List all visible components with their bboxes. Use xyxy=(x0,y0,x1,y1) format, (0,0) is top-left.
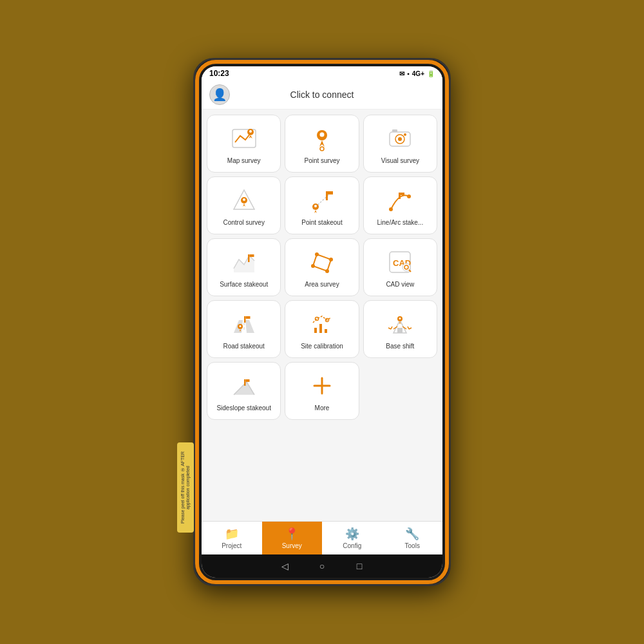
app-item-control-survey[interactable]: Control survey xyxy=(207,176,281,234)
bottom-nav: 📁 Project 📍 Survey ⚙️ Config 🔧 Tools xyxy=(202,521,442,554)
svg-rect-23 xyxy=(249,254,254,257)
app-label-more: More xyxy=(315,404,330,412)
road-stakeout-icon xyxy=(229,309,259,339)
avatar[interactable]: 👤 xyxy=(209,84,230,105)
nav-label-tools: Tools xyxy=(405,542,420,549)
sticker: Please peel off this mask ② AFTER applic… xyxy=(177,442,194,533)
app-item-map-survey[interactable]: Map survey xyxy=(207,115,281,173)
svg-point-25 xyxy=(329,258,333,261)
svg-rect-35 xyxy=(244,316,246,323)
phone-screen: 10:23 ✉ ▪ 4G+ 🔋 👤 Click to connect xyxy=(202,66,442,578)
app-label-road-stakeout: Road stakeout xyxy=(223,343,265,350)
cad-view-icon: CAD xyxy=(385,247,415,277)
wifi-icon: ▪ xyxy=(407,70,410,77)
svg-rect-36 xyxy=(245,316,250,319)
app-label-visual-survey: Visual survey xyxy=(381,157,419,165)
app-grid: Map survey Point survey xyxy=(207,115,437,420)
svg-point-19 xyxy=(407,194,411,198)
sticker-text: Please peel off this mask ② AFTER applic… xyxy=(179,442,193,533)
app-label-cad-view: CAD view xyxy=(386,281,414,289)
svg-point-9 xyxy=(398,137,402,141)
app-item-sideslope-stakeout[interactable]: Sideslope stakeout xyxy=(207,362,281,420)
svg-point-10 xyxy=(404,133,406,136)
svg-point-18 xyxy=(389,207,393,211)
app-label-map-survey: Map survey xyxy=(227,157,261,165)
tools-nav-icon: 🔧 xyxy=(405,527,419,541)
app-item-more[interactable]: More xyxy=(285,362,359,420)
app-label-base-shift: Base shift xyxy=(386,343,414,350)
app-item-base-shift[interactable]: Base shift xyxy=(363,300,437,358)
svg-point-5 xyxy=(320,147,324,151)
status-icons: ✉ ▪ 4G+ 🔋 xyxy=(399,70,435,77)
surface-stakeout-icon xyxy=(229,247,259,277)
svg-rect-7 xyxy=(392,129,397,132)
map-survey-icon xyxy=(229,124,259,153)
point-survey-icon xyxy=(307,124,337,153)
header-title[interactable]: Click to connect xyxy=(236,90,408,100)
sim-icon: ✉ xyxy=(399,70,404,77)
nav-item-survey[interactable]: 📍 Survey xyxy=(262,522,323,554)
area-survey-icon xyxy=(307,247,337,277)
nav-label-survey: Survey xyxy=(282,542,302,549)
line-arc-stakeout-icon xyxy=(385,185,415,215)
app-item-site-calibration[interactable]: Site calibration xyxy=(285,300,359,358)
svg-point-26 xyxy=(325,269,329,273)
svg-rect-14 xyxy=(326,191,328,200)
svg-point-24 xyxy=(315,252,319,256)
svg-point-12 xyxy=(243,198,245,201)
svg-point-4 xyxy=(319,133,324,137)
app-header: 👤 Click to connect xyxy=(202,80,442,109)
app-item-area-survey[interactable]: Area survey xyxy=(285,238,359,296)
app-label-surface-stakeout: Surface stakeout xyxy=(220,281,268,289)
back-button[interactable]: ◁ xyxy=(279,560,290,572)
svg-rect-20 xyxy=(399,193,401,199)
app-label-area-survey: Area survey xyxy=(305,281,339,289)
app-item-point-stakeout[interactable]: Point stakeout xyxy=(285,176,359,234)
svg-rect-41 xyxy=(397,328,402,333)
app-item-line-arc-stakeout[interactable]: Line/Arc stake... xyxy=(363,176,437,234)
system-nav-bar: ◁ ○ □ xyxy=(202,554,442,578)
more-icon xyxy=(307,371,337,401)
svg-rect-15 xyxy=(328,191,333,194)
app-grid-area: Map survey Point survey xyxy=(202,109,442,521)
base-shift-icon xyxy=(385,309,415,339)
status-time: 10:23 xyxy=(209,69,229,78)
status-bar: 10:23 ✉ ▪ 4G+ 🔋 xyxy=(202,66,442,80)
battery-icon: 🔋 xyxy=(427,70,435,77)
nav-item-config[interactable]: ⚙️ Config xyxy=(322,522,383,554)
svg-point-39 xyxy=(315,317,318,321)
nav-label-project: Project xyxy=(222,542,242,549)
app-label-site-calibration: Site calibration xyxy=(301,343,343,350)
survey-nav-icon: 📍 xyxy=(285,527,299,541)
visual-survey-icon xyxy=(385,124,415,153)
app-item-point-survey[interactable]: Point survey xyxy=(285,115,359,173)
nav-item-tools[interactable]: 🔧 Tools xyxy=(383,522,443,554)
svg-point-27 xyxy=(311,264,315,268)
config-nav-icon: ⚙️ xyxy=(345,527,359,541)
site-calibration-icon xyxy=(307,309,337,339)
app-item-road-stakeout[interactable]: Road stakeout xyxy=(207,300,281,358)
svg-rect-22 xyxy=(248,254,250,262)
app-item-visual-survey[interactable]: Visual survey xyxy=(363,115,437,173)
svg-point-17 xyxy=(314,205,317,207)
nav-item-project[interactable]: 📁 Project xyxy=(202,522,262,554)
signal-strength: 4G+ xyxy=(412,70,424,77)
svg-rect-21 xyxy=(401,193,404,195)
app-label-line-arc-stakeout: Line/Arc stake... xyxy=(377,219,423,227)
svg-point-45 xyxy=(399,317,401,319)
recents-button[interactable]: □ xyxy=(354,560,365,572)
svg-point-2 xyxy=(249,130,252,133)
project-nav-icon: 📁 xyxy=(225,527,239,541)
home-button[interactable]: ○ xyxy=(316,560,328,572)
app-label-control-survey: Control survey xyxy=(223,219,264,227)
svg-point-38 xyxy=(239,325,241,327)
control-survey-icon xyxy=(229,185,259,215)
app-item-surface-stakeout[interactable]: Surface stakeout xyxy=(207,238,281,296)
svg-rect-46 xyxy=(244,379,246,386)
app-label-sideslope-stakeout: Sideslope stakeout xyxy=(216,404,271,412)
app-label-point-stakeout: Point stakeout xyxy=(301,219,342,227)
svg-rect-47 xyxy=(245,379,249,382)
phone-device: Please peel off this mask ② AFTER applic… xyxy=(193,58,451,586)
nav-label-config: Config xyxy=(343,542,361,549)
app-item-cad-view[interactable]: CAD CAD view xyxy=(363,238,437,296)
